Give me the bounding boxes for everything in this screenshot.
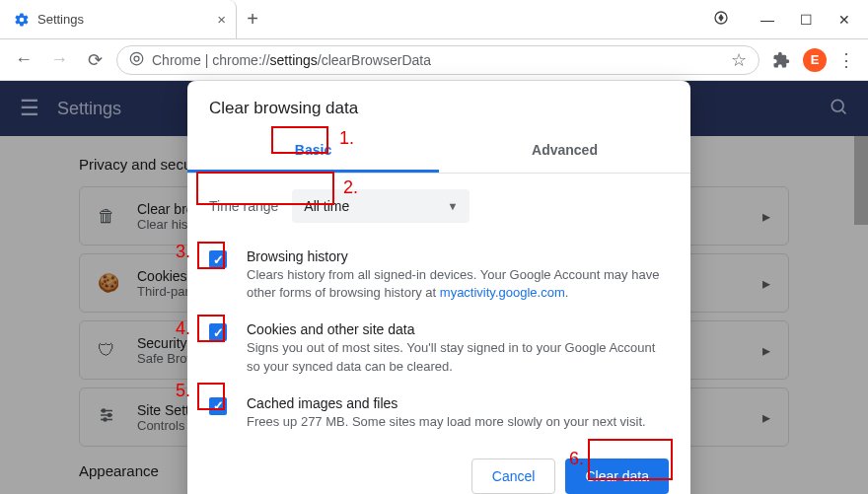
time-range-value: All time: [304, 198, 349, 214]
settings-app: ☰ Settings Privacy and security 🗑 Clear …: [0, 81, 868, 494]
option-browsing-history: ✓ Browsing history Clears history from a…: [187, 239, 690, 312]
option-cached: ✓ Cached images and files Frees up 277 M…: [187, 386, 690, 441]
tab-basic[interactable]: Basic: [187, 132, 439, 173]
gear-icon: [14, 12, 30, 28]
chrome-icon: [129, 51, 144, 69]
window-minimize[interactable]: —: [760, 12, 774, 28]
option-desc: Clears history from all signed-in device…: [247, 266, 669, 302]
myactivity-link[interactable]: myactivity.google.com: [440, 285, 565, 300]
profile-avatar[interactable]: E: [803, 48, 827, 72]
dialog-title: Clear browsing data: [187, 81, 690, 132]
dialog-actions: Cancel Clear data: [187, 441, 690, 494]
clear-data-button[interactable]: Clear data: [565, 459, 669, 494]
window-controls: — ☐ ✕: [713, 0, 868, 38]
reload-button[interactable]: ⟳: [81, 46, 108, 74]
cancel-button[interactable]: Cancel: [471, 459, 556, 494]
window-close[interactable]: ✕: [838, 12, 850, 28]
extensions-icon[interactable]: [767, 46, 795, 74]
option-title: Cached images and files: [247, 395, 646, 411]
window-maximize[interactable]: ☐: [800, 12, 813, 28]
clear-data-dialog: Clear browsing data Basic Advanced Time …: [187, 81, 690, 494]
option-title: Cookies and other site data: [247, 321, 669, 337]
forward-button: →: [45, 46, 73, 74]
time-range-label: Time range: [209, 198, 278, 214]
url-prefix: Chrome | chrome://: [152, 52, 270, 68]
checkbox-cached[interactable]: ✓: [209, 397, 227, 415]
tab-advanced[interactable]: Advanced: [439, 132, 690, 173]
browser-tab[interactable]: Settings ×: [0, 0, 237, 38]
tab-close-icon[interactable]: ×: [217, 11, 226, 28]
window-titlebar: Settings × + — ☐ ✕: [0, 0, 868, 39]
checkbox-cookies[interactable]: ✓: [209, 323, 227, 341]
time-range-row: Time range All time ▼: [187, 174, 690, 239]
option-desc: Signs you out of most sites. You'll stay…: [247, 339, 669, 375]
option-desc: Frees up 277 MB. Some sites may load mor…: [247, 413, 646, 431]
menu-kebab-icon[interactable]: ⋮: [834, 49, 858, 71]
option-desc-text: .: [565, 285, 569, 300]
option-cookies: ✓ Cookies and other site data Signs you …: [187, 312, 690, 385]
dialog-tabs: Basic Advanced: [187, 132, 690, 173]
bookmark-star-icon[interactable]: ☆: [731, 49, 747, 71]
url-host: settings: [270, 52, 318, 68]
tab-title: Settings: [37, 12, 84, 27]
url-path: /clearBrowserData: [318, 52, 431, 68]
time-range-select[interactable]: All time ▼: [292, 189, 470, 223]
browser-toolbar: ← → ⟳ Chrome | chrome:// settings /clear…: [0, 39, 868, 81]
svg-point-1: [130, 52, 143, 65]
option-title: Browsing history: [247, 248, 669, 264]
new-tab-button[interactable]: +: [237, 0, 268, 38]
back-button[interactable]: ←: [10, 46, 37, 74]
svg-point-2: [134, 56, 139, 61]
address-bar[interactable]: Chrome | chrome:// settings /clearBrowse…: [116, 45, 760, 75]
chevron-down-icon: ▼: [447, 200, 458, 212]
incognito-shield-icon[interactable]: [713, 10, 729, 29]
checkbox-browsing-history[interactable]: ✓: [209, 250, 227, 268]
